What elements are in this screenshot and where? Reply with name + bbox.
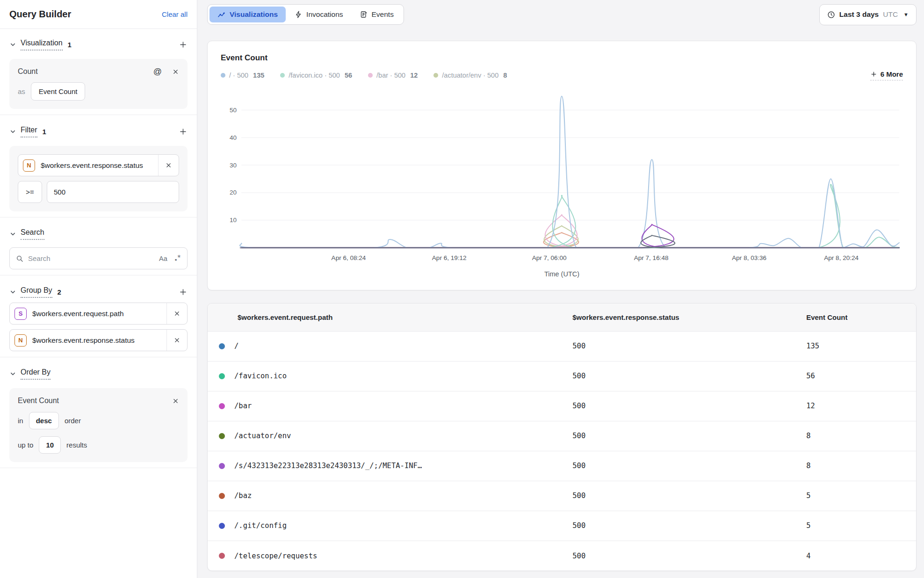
page-title: Query Builder [9, 9, 71, 20]
event-count-chart[interactable]: 1020304050Apr 6, 08:24Apr 6, 19:12Apr 7,… [221, 83, 903, 269]
tab-label: Events [372, 10, 394, 19]
bolt-icon [295, 11, 302, 18]
chevron-down-icon[interactable] [9, 41, 16, 48]
svg-text:Apr 7, 06:00: Apr 7, 06:00 [532, 254, 567, 261]
legend-dot [433, 73, 438, 78]
doc-icon [360, 11, 368, 18]
sidebar-header: Query Builder Clear all [0, 0, 197, 29]
filter-section: Filter 1 N $workers.event.response.statu… [9, 121, 188, 211]
filter-count: 1 [43, 128, 46, 136]
add-filter-button[interactable] [179, 127, 188, 136]
svg-text:20: 20 [230, 189, 237, 196]
series-color-dot [219, 433, 225, 439]
number-type-icon: N [14, 334, 27, 347]
clear-all-button[interactable]: Clear all [162, 10, 188, 18]
group-by-section-title: Group By [21, 286, 52, 298]
search-input[interactable] [28, 254, 154, 262]
legend-item[interactable]: /actuator/env · 5008 [433, 72, 507, 79]
svg-text:50: 50 [230, 107, 237, 114]
search-section-title: Search [21, 228, 44, 240]
tab-invocations[interactable]: Invocations [287, 7, 351, 22]
order-by-field: Event Count [18, 397, 59, 405]
divider [0, 275, 197, 275]
remove-filter-icon[interactable] [158, 155, 179, 176]
chart-title: Event Count [221, 53, 903, 63]
clock-icon [827, 11, 835, 19]
legend-item[interactable]: /favicon.ico · 50056 [280, 72, 352, 79]
filter-field-name: $workers.event.response.status [41, 161, 158, 170]
plus-icon [870, 71, 877, 78]
order-by-card: Event Count in desc order up to 10 resul… [9, 388, 188, 462]
visualization-section: Visualization 1 Count @ as [9, 34, 188, 109]
group-by-field-name: $workers.event.request.path [32, 310, 166, 318]
sort-direction-button[interactable]: desc [29, 412, 59, 429]
tab-label: Invocations [306, 10, 343, 19]
column-header: $workers.event.request.path [208, 303, 572, 332]
timezone-label: UTC [883, 10, 898, 19]
match-case-icon[interactable]: Aa [159, 255, 167, 262]
divider [0, 468, 197, 468]
svg-text:Apr 6, 19:12: Apr 6, 19:12 [432, 254, 467, 261]
chevron-down-icon: ▼ [903, 12, 909, 17]
query-builder-panel: Query Builder Clear all Visualization 1 … [0, 0, 197, 578]
remove-group-by-icon[interactable] [166, 330, 187, 351]
x-axis-title: Time (UTC) [221, 269, 903, 282]
divider [0, 115, 197, 115]
filter-field-chip[interactable]: N $workers.event.response.status [18, 154, 179, 176]
legend-item[interactable]: /bar · 50012 [368, 72, 418, 79]
filter-card: N $workers.event.response.status >= [9, 146, 188, 211]
order-by-section-title: Order By [21, 368, 51, 380]
tab-visualizations[interactable]: Visualizations [209, 7, 286, 22]
wildcard-icon[interactable]: ▪* [175, 253, 181, 263]
svg-text:Apr 8, 03:36: Apr 8, 03:36 [732, 254, 766, 261]
as-label: as [18, 87, 25, 95]
svg-text:Apr 7, 16:48: Apr 7, 16:48 [634, 254, 669, 261]
string-type-icon: S [14, 308, 27, 320]
remove-group-by-icon[interactable] [166, 303, 187, 324]
visualization-card: Count @ as Event Count [9, 59, 188, 109]
table-row: /500135 [208, 331, 916, 361]
search-section: Search Aa ▪* [9, 223, 188, 269]
group-by-count: 2 [58, 288, 61, 296]
filter-operator-button[interactable]: >= [18, 181, 42, 203]
series-color-dot [219, 463, 225, 469]
time-range-label: Last 3 days [839, 10, 879, 19]
chevron-down-icon[interactable] [9, 289, 16, 296]
time-range-picker[interactable]: Last 3 days UTC ▼ [819, 4, 917, 25]
add-visualization-button[interactable] [179, 40, 188, 49]
filter-section-title: Filter [21, 126, 37, 137]
svg-text:Apr 6, 08:24: Apr 6, 08:24 [332, 254, 366, 261]
visualization-section-title: Visualization [21, 39, 63, 51]
divider [0, 357, 197, 357]
order-label: order [65, 417, 81, 425]
visualization-count: 1 [68, 41, 72, 49]
svg-text:10: 10 [230, 217, 237, 224]
table-row: /telescope/requests5004 [208, 541, 916, 571]
number-type-icon: N [23, 159, 35, 172]
group-by-field-chip[interactable]: N $workers.event.response.status [9, 329, 188, 351]
at-icon[interactable]: @ [153, 67, 162, 76]
close-icon[interactable] [172, 397, 179, 405]
aggregation-label: Count [18, 67, 38, 76]
group-by-field-name: $workers.event.response.status [32, 336, 166, 345]
group-by-section: Group By 2 S $workers.event.request.path… [9, 281, 188, 351]
order-by-section: Order By Event Count in desc order [9, 363, 188, 462]
chevron-down-icon[interactable] [9, 370, 16, 377]
results-table: $workers.event.request.path$workers.even… [208, 303, 916, 571]
result-limit-input[interactable]: 10 [39, 436, 61, 454]
chevron-down-icon[interactable] [9, 128, 16, 135]
svg-text:40: 40 [230, 134, 237, 141]
add-group-by-button[interactable] [179, 288, 188, 296]
legend-more-button[interactable]: 6 More [870, 70, 903, 80]
table-row: /.git/config5005 [208, 511, 916, 541]
close-icon[interactable] [172, 68, 179, 75]
legend-dot [221, 73, 225, 78]
visualization-alias-button[interactable]: Event Count [31, 82, 86, 101]
table-row: /s/432313e22313e28313e2430313/_/;/META-I… [208, 451, 916, 481]
tab-events[interactable]: Events [352, 7, 402, 22]
chart-card: Event Count / · 500135/favicon.ico · 500… [207, 41, 917, 290]
legend-item[interactable]: / · 500135 [221, 72, 264, 79]
filter-value-input[interactable] [47, 181, 179, 203]
chevron-down-icon[interactable] [9, 231, 16, 238]
group-by-field-chip[interactable]: S $workers.event.request.path [9, 303, 188, 325]
